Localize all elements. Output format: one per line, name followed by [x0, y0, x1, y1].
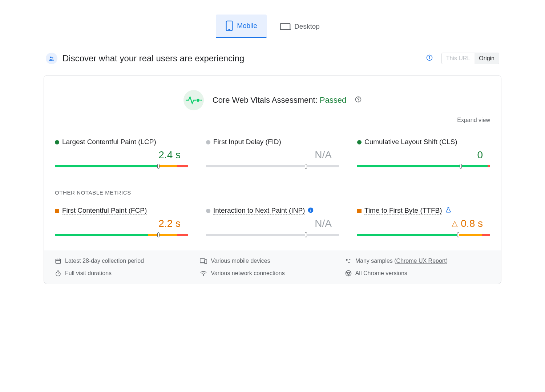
- section-title: Discover what your real users are experi…: [62, 53, 244, 64]
- desktop-icon: [280, 23, 291, 30]
- svg-point-8: [429, 56, 430, 57]
- chrome-icon: [345, 270, 352, 277]
- svg-point-25: [348, 262, 350, 263]
- metric-inp-name[interactable]: Interaction to Next Paint (INP): [213, 207, 305, 215]
- metric-fid-value: N/A: [206, 149, 339, 161]
- toggle-origin[interactable]: Origin: [475, 53, 499, 64]
- tab-mobile-label: Mobile: [237, 22, 257, 30]
- metric-fcp-name[interactable]: First Contentful Paint (FCP): [62, 207, 147, 215]
- metric-inp: Interaction to Next Paint (INP) N/A: [206, 207, 339, 236]
- other-grid: First Contentful Paint (FCP) 2.2 s Inter…: [51, 196, 494, 250]
- assessment-card: Core Web Vitals Assessment: Passed Expan…: [44, 75, 501, 284]
- metric-cls-name[interactable]: Cumulative Layout Shift (CLS): [364, 138, 457, 146]
- metric-inp-value: N/A: [206, 218, 339, 229]
- metric-fid-bar: [206, 165, 339, 167]
- svg-point-24: [349, 259, 350, 260]
- metric-fcp-bar: [55, 234, 188, 236]
- users-icon: [46, 53, 57, 64]
- svg-point-31: [347, 272, 350, 274]
- svg-rect-20: [200, 259, 205, 262]
- svg-rect-14: [311, 209, 311, 211]
- status-square-icon: [357, 209, 362, 213]
- device-tabs: Mobile Desktop: [44, 15, 501, 38]
- wifi-icon: [200, 270, 207, 276]
- footer-period: Latest 28-day collection period: [55, 258, 200, 264]
- tab-desktop[interactable]: Desktop: [270, 15, 329, 38]
- svg-line-33: [346, 271, 347, 274]
- mobile-icon: [225, 20, 233, 31]
- svg-rect-2: [280, 23, 290, 29]
- metric-inp-bar: [206, 234, 339, 236]
- metric-lcp-value: 2.4 s: [55, 149, 188, 161]
- metric-lcp-name[interactable]: Largest Contentful Paint (LCP): [62, 138, 156, 146]
- metric-cls: Cumulative Layout Shift (CLS) 0: [357, 138, 490, 167]
- metric-ttfb: Time to First Byte (TTFB) △0.8 s: [357, 207, 490, 236]
- section-header: Discover what your real users are experi…: [44, 53, 501, 64]
- tab-desktop-label: Desktop: [294, 23, 320, 30]
- cwv-grid: Largest Contentful Paint (LCP) 2.4 s Fir…: [51, 127, 494, 182]
- info-icon[interactable]: [308, 207, 314, 215]
- calendar-icon: [55, 258, 61, 264]
- expand-view-link[interactable]: Expand view: [51, 114, 494, 127]
- metric-lcp-bar: [55, 165, 188, 167]
- footer-samples: Many samples (Chrome UX Report): [345, 258, 490, 264]
- footer-chrome: All Chrome versions: [345, 270, 490, 277]
- svg-point-4: [50, 57, 52, 58]
- warning-icon: △: [452, 219, 458, 228]
- status-dot-icon: [55, 140, 59, 144]
- metadata-footer: Latest 28-day collection period Various …: [44, 250, 501, 284]
- status-dot-icon: [357, 140, 362, 144]
- other-metrics-title: OTHER NOTABLE METRICS: [51, 182, 494, 196]
- svg-point-15: [311, 208, 311, 209]
- svg-point-5: [52, 57, 53, 58]
- svg-rect-16: [56, 259, 61, 264]
- svg-point-29: [203, 275, 204, 275]
- footer-durations: Full visit durations: [55, 270, 200, 277]
- status-dot-icon: [206, 140, 210, 144]
- svg-point-23: [346, 259, 348, 261]
- metric-fid-name[interactable]: First Input Delay (FID): [213, 138, 281, 146]
- footer-network: Various network connections: [200, 270, 345, 277]
- tab-mobile[interactable]: Mobile: [216, 15, 267, 38]
- metric-fcp-value: 2.2 s: [55, 218, 188, 229]
- metric-ttfb-bar: [357, 234, 490, 236]
- devices-icon: [200, 258, 207, 264]
- toggle-this-url[interactable]: This URL: [442, 53, 475, 64]
- flask-icon[interactable]: [445, 207, 452, 215]
- svg-point-9: [197, 99, 199, 101]
- scatter-icon: [345, 258, 352, 264]
- url-origin-toggle: This URL Origin: [441, 53, 499, 64]
- metric-cls-value: 0: [357, 149, 490, 161]
- footer-devices: Various mobile devices: [200, 258, 345, 264]
- pulse-icon: [183, 90, 204, 110]
- info-icon[interactable]: [426, 54, 433, 62]
- assessment-text: Core Web Vitals Assessment: Passed: [213, 95, 346, 105]
- help-icon[interactable]: [355, 96, 362, 104]
- metric-ttfb-name[interactable]: Time to First Byte (TTFB): [364, 207, 442, 215]
- chrome-ux-report-link[interactable]: Chrome UX Report: [396, 258, 446, 264]
- assessment-result: Passed: [320, 95, 346, 105]
- svg-point-12: [358, 101, 359, 101]
- metric-ttfb-value: △0.8 s: [357, 218, 490, 229]
- metric-cls-bar: [357, 165, 490, 167]
- metric-lcp: Largest Contentful Paint (LCP) 2.4 s: [55, 138, 188, 167]
- status-square-icon: [55, 209, 59, 213]
- assessment-badge: Core Web Vitals Assessment: Passed: [51, 90, 494, 110]
- metric-fid: First Input Delay (FID) N/A: [206, 138, 339, 167]
- status-dot-icon: [206, 209, 210, 213]
- metric-fcp: First Contentful Paint (FCP) 2.2 s: [55, 207, 188, 236]
- stopwatch-icon: [55, 270, 61, 277]
